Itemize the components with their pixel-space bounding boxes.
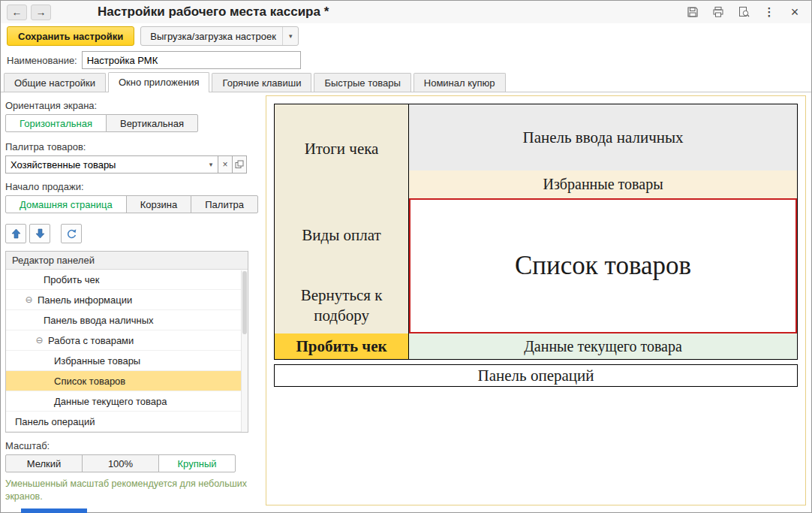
back-arrow-icon: ← bbox=[12, 6, 23, 18]
export-button-label: Выгрузка/загрузка настроек bbox=[150, 31, 276, 42]
name-row: Наименование: bbox=[1, 49, 811, 71]
preview-favorite-products[interactable]: Избранные товары bbox=[409, 170, 797, 198]
arrow-down-icon bbox=[35, 228, 45, 239]
start-sale-switch: Домашняя страница Корзина Палитра bbox=[5, 195, 258, 213]
back-button[interactable]: ← bbox=[7, 5, 27, 20]
scale-switch: Мелкий 100% Крупный bbox=[5, 454, 236, 472]
preview-commit-receipt[interactable]: Пробить чек bbox=[275, 333, 408, 359]
move-down-button[interactable] bbox=[29, 224, 50, 243]
tree-item-label: Список товаров bbox=[54, 376, 125, 387]
tree-item-current-product[interactable]: Данные текущего товара bbox=[6, 391, 248, 412]
clear-icon[interactable]: × bbox=[218, 155, 233, 174]
start-sale-label: Начало продажи: bbox=[5, 181, 258, 192]
arrow-up-icon bbox=[11, 228, 21, 239]
panel-editor-tree: Редактор панелей Пробить чек ⊖ Панель ин… bbox=[5, 251, 248, 433]
palette-field: ▾ bbox=[5, 155, 218, 174]
tree-item-cash-input[interactable]: Панель ввода наличных bbox=[6, 310, 248, 330]
preview-payment-types[interactable]: Виды оплат bbox=[275, 193, 408, 277]
close-icon[interactable]: × bbox=[787, 5, 802, 20]
titlebar: ← → Настройки рабочего места кассира * ⋮… bbox=[1, 1, 811, 23]
tree-item-label: Панель операций bbox=[15, 416, 95, 427]
content-area: Ориентация экрана: Горизонтальная Вертик… bbox=[1, 92, 811, 512]
taskbar-fragment bbox=[21, 508, 87, 513]
start-home-page-button[interactable]: Домашняя страница bbox=[5, 195, 127, 213]
scale-small-button[interactable]: Мелкий bbox=[5, 454, 83, 472]
palette-label: Палитра товаров: bbox=[5, 141, 258, 152]
scale-large-button[interactable]: Крупный bbox=[158, 454, 236, 472]
chevron-down-icon[interactable]: ▾ bbox=[282, 27, 299, 45]
preview-receipt-totals[interactable]: Итоги чека bbox=[275, 104, 408, 193]
tree-header: Редактор панелей bbox=[6, 252, 248, 270]
move-up-button[interactable] bbox=[5, 224, 26, 243]
preview-operations-panel[interactable]: Панель операций bbox=[274, 364, 798, 387]
save-settings-button[interactable]: Сохранить настройки bbox=[7, 26, 134, 46]
tree-item-label: Работа с товарами bbox=[48, 335, 134, 346]
preview-back-to-selection[interactable]: Вернуться к подбору bbox=[275, 277, 408, 333]
scale-note: Уменьшенный масштаб рекомендуется для не… bbox=[5, 478, 250, 503]
open-form-icon[interactable] bbox=[232, 155, 247, 174]
scale-label: Масштаб: bbox=[5, 440, 258, 451]
name-input[interactable] bbox=[82, 51, 301, 69]
palette-combo: ▾ × bbox=[5, 155, 247, 174]
export-import-settings-button[interactable]: Выгрузка/загрузка настроек ▾ bbox=[140, 26, 299, 46]
tree-item-products-work[interactable]: ⊖ Работа с товарами bbox=[6, 330, 248, 351]
preview-main-block: Итоги чека Виды оплат Вернуться к подбор… bbox=[274, 104, 798, 360]
tab-quick-products[interactable]: Быстрые товары bbox=[314, 73, 411, 92]
tab-hotkeys[interactable]: Горячие клавиши bbox=[212, 73, 311, 92]
command-bar: Сохранить настройки Выгрузка/загрузка на… bbox=[1, 23, 811, 49]
orientation-switch: Горизонтальная Вертикальная bbox=[5, 114, 198, 132]
collapse-icon[interactable]: ⊖ bbox=[35, 335, 44, 346]
tree-item-receipt[interactable]: Пробить чек bbox=[6, 270, 248, 290]
orientation-vertical-button[interactable]: Вертикальная bbox=[106, 114, 198, 132]
reset-layout-button[interactable] bbox=[61, 224, 82, 243]
print-icon[interactable] bbox=[711, 5, 726, 20]
layout-preview: Итоги чека Виды оплат Вернуться к подбор… bbox=[263, 92, 811, 512]
tree-item-product-list[interactable]: Список товаров bbox=[6, 371, 248, 391]
page-title: Настройки рабочего места кассира * bbox=[98, 5, 329, 20]
preview-product-list-selected[interactable]: Список товаров bbox=[409, 198, 797, 333]
orientation-label: Ориентация экрана: bbox=[5, 100, 258, 111]
dropdown-arrow-icon[interactable]: ▾ bbox=[204, 156, 218, 173]
tree-item-label: Избранные товары bbox=[54, 355, 140, 367]
tree-item-favorites[interactable]: Избранные товары bbox=[6, 351, 248, 371]
palette-input[interactable] bbox=[6, 156, 204, 173]
name-field-label: Наименование: bbox=[7, 55, 77, 66]
tab-denominations[interactable]: Номинал купюр bbox=[414, 73, 506, 92]
orientation-horizontal-button[interactable]: Горизонтальная bbox=[5, 114, 107, 132]
tab-general-settings[interactable]: Общие настройки bbox=[4, 73, 106, 92]
tree-item-label: Панель ввода наличных bbox=[44, 315, 154, 326]
settings-panel: Ориентация экрана: Горизонтальная Вертик… bbox=[1, 92, 263, 512]
tab-bar: Общие настройки Окно приложения Горячие … bbox=[1, 71, 811, 92]
start-palette-button[interactable]: Палитра bbox=[191, 195, 258, 213]
tree-item-label: Панель информации bbox=[38, 294, 132, 306]
tree-scrollbar-thumb[interactable] bbox=[242, 271, 247, 334]
close-glyph: × bbox=[791, 5, 799, 20]
tree-item-operations[interactable]: Панель операций bbox=[6, 412, 248, 432]
preview-current-product-data[interactable]: Данные текущего товара bbox=[409, 333, 797, 359]
titlebar-icons: ⋮ × bbox=[685, 5, 802, 20]
preview-cash-input-panel[interactable]: Панель ввода наличных bbox=[409, 104, 797, 170]
start-cart-button[interactable]: Корзина bbox=[126, 195, 192, 213]
tree-item-info-panel[interactable]: ⊖ Панель информации bbox=[6, 290, 248, 310]
preview-frame: Итоги чека Виды оплат Вернуться к подбор… bbox=[266, 95, 806, 505]
tree-item-label: Пробить чек bbox=[44, 274, 100, 285]
more-icon[interactable]: ⋮ bbox=[762, 5, 777, 20]
preview-icon[interactable] bbox=[736, 5, 751, 20]
preview-right-column: Панель ввода наличных Избранные товары С… bbox=[409, 104, 797, 359]
preview-left-column: Итоги чека Виды оплат Вернуться к подбор… bbox=[275, 104, 409, 359]
app-window: ← → Настройки рабочего места кассира * ⋮… bbox=[0, 0, 812, 513]
tab-app-window[interactable]: Окно приложения bbox=[108, 72, 210, 92]
forward-arrow-icon: → bbox=[36, 6, 47, 18]
more-glyph: ⋮ bbox=[764, 5, 775, 19]
scale-100-button[interactable]: 100% bbox=[82, 454, 159, 472]
refresh-icon bbox=[66, 228, 77, 240]
collapse-icon[interactable]: ⊖ bbox=[24, 294, 34, 305]
save-icon[interactable] bbox=[685, 5, 700, 20]
tree-toolbar bbox=[5, 224, 258, 243]
tree-item-label: Данные текущего товара bbox=[54, 396, 167, 407]
tree-scrollbar[interactable] bbox=[241, 270, 248, 432]
forward-button[interactable]: → bbox=[31, 5, 51, 20]
